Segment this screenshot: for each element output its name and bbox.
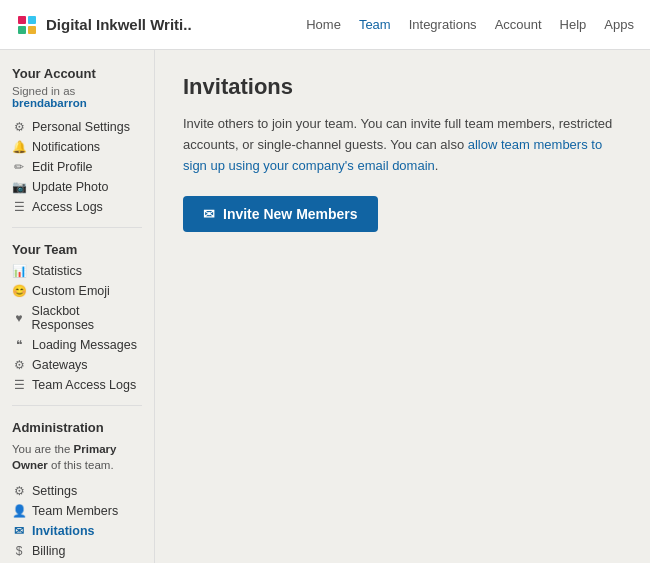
sidebar-item-access-logs[interactable]: ☰ Access Logs [12, 197, 142, 217]
nav-links: Home Team Integrations Account Help Apps [306, 17, 634, 32]
app-title: Digital Inkwell Writi.. [46, 16, 192, 33]
sidebar-item-personal-settings[interactable]: ⚙ Personal Settings [12, 117, 142, 137]
emoji-icon: 😊 [12, 284, 26, 298]
sidebar-item-settings[interactable]: ⚙ Settings [12, 481, 142, 501]
nav-help[interactable]: Help [560, 17, 587, 32]
sidebar-label: Custom Emoji [32, 284, 110, 298]
sidebar-item-invitations[interactable]: ✉ Invitations [12, 521, 142, 541]
svg-rect-2 [18, 26, 26, 34]
invite-new-members-button[interactable]: ✉ Invite New Members [183, 196, 378, 232]
sidebar-divider-1 [12, 227, 142, 228]
sidebar-label: Notifications [32, 140, 100, 154]
sidebar-label: Edit Profile [32, 160, 92, 174]
your-account-title: Your Account [12, 66, 142, 81]
sidebar-item-team-members[interactable]: 👤 Team Members [12, 501, 142, 521]
sidebar-item-slackbot-responses[interactable]: ♥ Slackbot Responses [12, 301, 142, 335]
sidebar-item-custom-emoji[interactable]: 😊 Custom Emoji [12, 281, 142, 301]
sidebar-label: Settings [32, 484, 77, 498]
sidebar-label: Team Access Logs [32, 378, 136, 392]
sidebar-item-edit-profile[interactable]: ✏ Edit Profile [12, 157, 142, 177]
sidebar-label: Billing [32, 544, 65, 558]
list-icon: ☰ [12, 378, 26, 392]
sidebar-item-gateways[interactable]: ⚙ Gateways [12, 355, 142, 375]
your-team-title: Your Team [12, 242, 142, 257]
nav-team[interactable]: Team [359, 17, 391, 32]
envelope-icon: ✉ [203, 206, 215, 222]
sidebar-label: Invitations [32, 524, 95, 538]
sidebar-label: Team Members [32, 504, 118, 518]
sidebar-divider-2 [12, 405, 142, 406]
sidebar-label: Gateways [32, 358, 88, 372]
dollar-icon: $ [12, 544, 26, 558]
invitations-description: Invite others to join your team. You can… [183, 114, 613, 176]
description-part2: . [435, 158, 439, 173]
sidebar-item-statistics[interactable]: 📊 Statistics [12, 261, 142, 281]
sidebar: Your Account Signed in as brendabarron ⚙… [0, 50, 155, 563]
sidebar-item-notifications[interactable]: 🔔 Notifications [12, 137, 142, 157]
administration-title: Administration [12, 420, 142, 435]
nav-integrations[interactable]: Integrations [409, 17, 477, 32]
gear-icon: ⚙ [12, 120, 26, 134]
svg-rect-0 [18, 16, 26, 24]
logo-icon [16, 14, 38, 36]
sidebar-label: Personal Settings [32, 120, 130, 134]
main-content: Invitations Invite others to join your t… [155, 50, 650, 563]
sidebar-item-update-photo[interactable]: 📷 Update Photo [12, 177, 142, 197]
sidebar-label: Slackbot Responses [32, 304, 142, 332]
camera-icon: 📷 [12, 180, 26, 194]
layout: Your Account Signed in as brendabarron ⚙… [0, 50, 650, 563]
sidebar-label: Access Logs [32, 200, 103, 214]
sidebar-label: Update Photo [32, 180, 108, 194]
signed-in-label: Signed in as brendabarron [12, 85, 142, 109]
sidebar-item-loading-messages[interactable]: ❝ Loading Messages [12, 335, 142, 355]
sidebar-item-team-access-logs[interactable]: ☰ Team Access Logs [12, 375, 142, 395]
admin-role: Primary Owner [12, 443, 116, 471]
page-title: Invitations [183, 74, 622, 100]
sidebar-label: Loading Messages [32, 338, 137, 352]
person-icon: 👤 [12, 504, 26, 518]
nav-account[interactable]: Account [495, 17, 542, 32]
top-nav: Digital Inkwell Writi.. Home Team Integr… [0, 0, 650, 50]
sidebar-item-billing[interactable]: $ Billing [12, 541, 142, 561]
invite-button-label: Invite New Members [223, 206, 358, 222]
svg-rect-1 [28, 16, 36, 24]
heart-icon: ♥ [12, 311, 26, 325]
logo: Digital Inkwell Writi.. [16, 14, 306, 36]
bell-icon: 🔔 [12, 140, 26, 154]
signed-in-user: brendabarron [12, 97, 87, 109]
sidebar-label: Statistics [32, 264, 82, 278]
admin-description: You are the Primary Owner of this team. [12, 441, 142, 473]
nav-apps[interactable]: Apps [604, 17, 634, 32]
bar-chart-icon: 📊 [12, 264, 26, 278]
quote-icon: ❝ [12, 338, 26, 352]
pencil-icon: ✏ [12, 160, 26, 174]
nav-home[interactable]: Home [306, 17, 341, 32]
list-icon: ☰ [12, 200, 26, 214]
gear-icon: ⚙ [12, 484, 26, 498]
gear-icon: ⚙ [12, 358, 26, 372]
svg-rect-3 [28, 26, 36, 34]
envelope-icon: ✉ [12, 524, 26, 538]
